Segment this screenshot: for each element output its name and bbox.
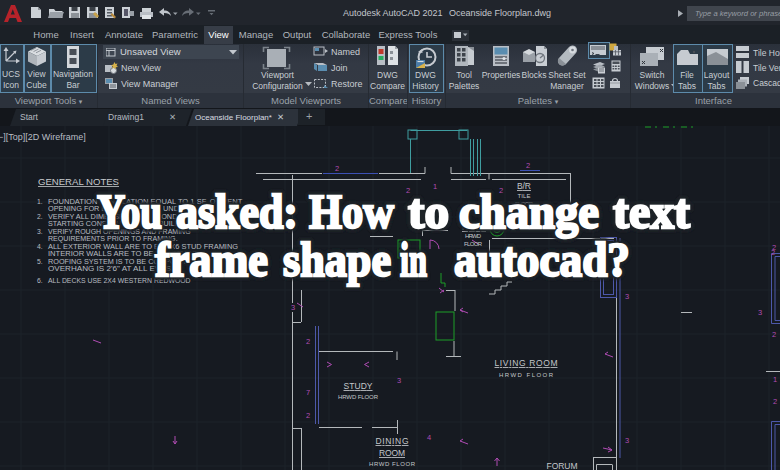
svg-text:ROOM: ROOM [379,448,405,458]
svg-text:HRWD FLOOR: HRWD FLOOR [499,372,554,378]
svg-text:6.: 6. [37,277,43,284]
svg-text:2: 2 [335,164,339,173]
svg-text:frameshapeinautocad?: frameshapeinautocad? [155,232,630,287]
svg-text:7: 7 [306,388,310,397]
svg-text:−][Top][2D Wireframe]: −][Top][2D Wireframe] [0,132,86,142]
svg-text:2: 2 [306,411,310,420]
svg-text:STUDY: STUDY [344,381,373,391]
svg-text:3: 3 [291,303,295,312]
svg-text:Youasked:Howtochangetext: Youasked:Howtochangetext [97,184,691,239]
svg-text:4: 4 [427,433,431,442]
svg-text:HRWD FLOOR: HRWD FLOOR [338,394,379,400]
svg-text:2: 2 [772,330,776,339]
svg-text:1.: 1. [37,198,43,205]
svg-text:3: 3 [625,436,629,445]
svg-text:2: 2 [306,337,310,346]
svg-text:2: 2 [773,397,777,406]
svg-text:LIVING ROOM: LIVING ROOM [495,358,558,368]
svg-text:HRWD FLOOR: HRWD FLOOR [369,461,416,467]
svg-text:3: 3 [625,292,629,301]
svg-text:DINING: DINING [376,436,409,446]
svg-text:3.: 3. [37,228,43,235]
svg-text:5.: 5. [37,258,43,265]
svg-text:2: 2 [772,243,776,252]
svg-text:2.: 2. [37,213,43,220]
svg-text:3: 3 [397,376,401,385]
svg-text:2: 2 [526,161,530,170]
svg-text:4.: 4. [37,243,43,250]
svg-text:FORUM: FORUM [547,461,578,470]
svg-text:3: 3 [758,308,762,317]
svg-text:1: 1 [773,375,777,384]
